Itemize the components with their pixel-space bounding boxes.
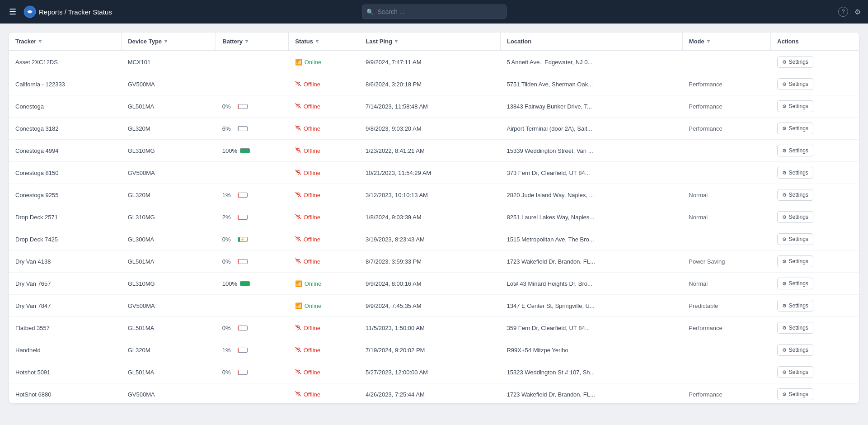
settings-btn-icon: ⚙ — [782, 81, 787, 87]
battery-cell: 0% — [222, 258, 282, 265]
cell-device-type: GV500MA — [122, 73, 216, 95]
settings-button[interactable]: ⚙ Settings — [777, 189, 813, 201]
table-row: Dry Van 4138 GL501MA 0% Offline — [9, 250, 859, 273]
wifi-offline-icon — [295, 125, 301, 132]
settings-icon[interactable]: ⚙ — [854, 8, 861, 16]
cell-tracker: Dry Van 7657 — [9, 273, 122, 295]
cell-device-type: GL501MA — [122, 361, 216, 383]
cell-mode: Normal — [682, 184, 770, 206]
cell-status: Offline — [289, 339, 359, 361]
battery-icon — [238, 259, 248, 264]
settings-button[interactable]: ⚙ Settings — [777, 388, 813, 400]
table-header: Tracker ▿ Device Type ▿ — [9, 33, 859, 51]
settings-button[interactable]: ⚙ Settings — [777, 145, 813, 156]
settings-button[interactable]: ⚙ Settings — [777, 300, 813, 312]
cell-mode — [682, 361, 770, 383]
settings-btn-icon: ⚙ — [782, 259, 787, 264]
cell-battery: 100% — [216, 273, 289, 295]
settings-button[interactable]: ⚙ Settings — [777, 344, 813, 356]
col-actions: Actions — [771, 33, 859, 51]
col-location: Location — [500, 33, 682, 51]
cell-battery: 1% — [216, 184, 289, 206]
filter-icon-status[interactable]: ▿ — [316, 38, 319, 44]
battery-icon — [240, 148, 250, 153]
filter-icon-last-ping[interactable]: ▿ — [395, 38, 398, 44]
settings-button[interactable]: ⚙ Settings — [777, 233, 813, 245]
cell-location: 1723 Wakefield Dr, Brandon, FL... — [500, 250, 682, 273]
settings-button[interactable]: ⚙ Settings — [777, 78, 813, 90]
filter-icon-battery[interactable]: ▿ — [245, 38, 248, 44]
cell-last-ping: 9/9/2024, 8:00:16 AM — [359, 273, 501, 295]
cell-last-ping: 10/21/2023, 11:54:29 AM — [359, 162, 501, 184]
cell-battery: 0% — [216, 95, 289, 118]
cell-device-type: GL310MG — [122, 140, 216, 162]
cell-status: 📶 Online — [289, 295, 359, 317]
cell-device-type: MCX101 — [122, 51, 216, 73]
table-row: Conestoga 4994 GL310MG 100% Offline — [9, 140, 859, 162]
cell-device-type: GL320M — [122, 339, 216, 361]
settings-btn-label: Settings — [789, 192, 808, 198]
menu-icon[interactable]: ☰ — [7, 5, 18, 19]
settings-button[interactable]: ⚙ Settings — [777, 278, 813, 289]
settings-button[interactable]: ⚙ Settings — [777, 56, 813, 68]
cell-tracker: Drop Deck 7425 — [9, 228, 122, 250]
cell-mode — [682, 51, 770, 73]
cell-tracker: Conestoga 8150 — [9, 162, 122, 184]
settings-button[interactable]: ⚙ Settings — [777, 255, 813, 267]
filter-icon-mode[interactable]: ▿ — [707, 38, 710, 44]
battery-cell: 1% — [222, 347, 282, 354]
wifi-offline-icon — [295, 103, 301, 110]
cell-mode: Performance — [682, 317, 770, 339]
battery-icon — [238, 215, 248, 220]
cell-battery: 1% — [216, 339, 289, 361]
settings-button[interactable]: ⚙ Settings — [777, 123, 813, 134]
settings-button[interactable]: ⚙ Settings — [777, 167, 813, 179]
cell-battery: 0% — [216, 361, 289, 383]
cell-actions: ⚙ Settings — [771, 118, 859, 140]
cell-location: R99X+54 Mitzpe Yeriho — [500, 339, 682, 361]
cell-actions: ⚙ Settings — [771, 95, 859, 118]
settings-btn-label: Settings — [789, 103, 808, 109]
settings-button[interactable]: ⚙ Settings — [777, 100, 813, 112]
cell-last-ping: 7/14/2023, 11:58:48 AM — [359, 95, 501, 118]
battery-cell: 100% — [222, 147, 282, 154]
cell-battery — [216, 383, 289, 404]
cell-mode — [682, 162, 770, 184]
cell-battery — [216, 73, 289, 95]
battery-icon — [238, 326, 248, 331]
settings-btn-label: Settings — [789, 147, 808, 154]
table-row: Dry Van 7847 GV500MA 📶 Online 9/9/2024, … — [9, 295, 859, 317]
help-icon[interactable]: ? — [838, 7, 848, 17]
cell-actions: ⚙ Settings — [771, 162, 859, 184]
settings-button[interactable]: ⚙ Settings — [777, 211, 813, 223]
cell-location: 1515 Metropolitan Ave, The Bro... — [500, 228, 682, 250]
table-row: Dry Van 7657 GL310MG 100% 📶 Online 9/9/2… — [9, 273, 859, 295]
settings-button[interactable]: ⚙ Settings — [777, 366, 813, 378]
cell-last-ping: 9/9/2024, 7:45:35 AM — [359, 295, 501, 317]
settings-btn-label: Settings — [789, 302, 808, 309]
filter-icon-tracker[interactable]: ▿ — [39, 38, 42, 44]
cell-status: Offline — [289, 383, 359, 404]
cell-actions: ⚙ Settings — [771, 73, 859, 95]
wifi-online-icon: 📶 — [295, 280, 302, 287]
cell-battery — [216, 295, 289, 317]
battery-cell: 1% — [222, 192, 282, 198]
cell-last-ping: 7/19/2024, 9:20:02 PM — [359, 339, 501, 361]
cell-actions: ⚙ Settings — [771, 339, 859, 361]
col-status: Status ▿ — [289, 33, 359, 51]
settings-btn-icon: ⚙ — [782, 369, 787, 375]
search-input[interactable] — [362, 5, 507, 19]
settings-btn-icon: ⚙ — [782, 170, 787, 176]
cell-location: 13843 Fairway Bunker Drive, T... — [500, 95, 682, 118]
cell-location: 359 Fern Dr, Clearfield, UT 84... — [500, 317, 682, 339]
cell-tracker: Flatbed 3557 — [9, 317, 122, 339]
settings-btn-icon: ⚙ — [782, 126, 787, 132]
table-row: Conestoga 3182 GL320M 6% Offline — [9, 118, 859, 140]
status-offline: Offline — [295, 170, 353, 176]
settings-button[interactable]: ⚙ Settings — [777, 322, 813, 334]
table-scroll-area[interactable]: Tracker ▿ Device Type ▿ — [9, 33, 859, 403]
cell-tracker: Hotshot 5091 — [9, 361, 122, 383]
cell-actions: ⚙ Settings — [771, 140, 859, 162]
logo-icon — [23, 5, 36, 18]
filter-icon-device-type[interactable]: ▿ — [164, 38, 167, 44]
